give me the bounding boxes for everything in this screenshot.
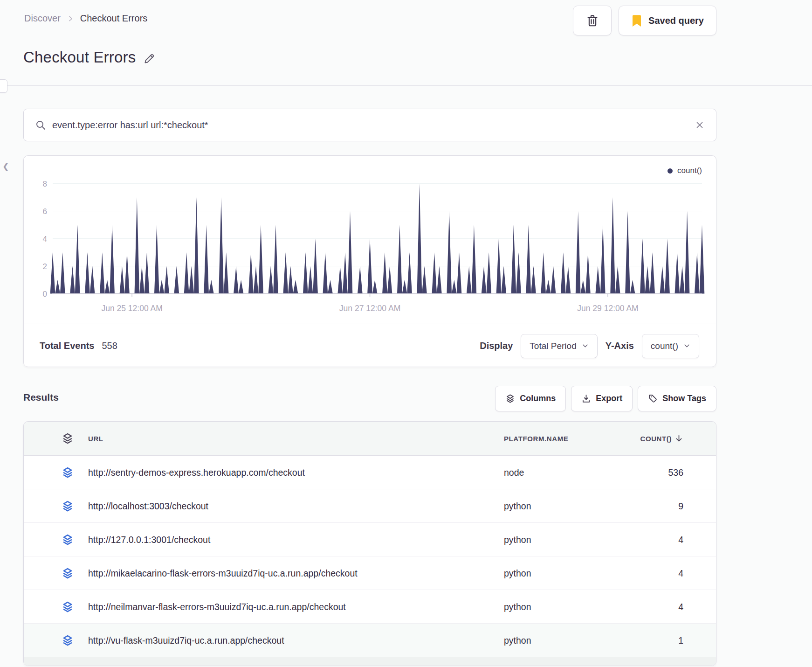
results-actions: Columns Export Show Tags (495, 386, 716, 411)
table-row[interactable]: http://127.0.0.1:3001/checkout python 4 (24, 523, 716, 556)
svg-text:4: 4 (43, 235, 47, 243)
count-cell[interactable]: 4 (678, 534, 683, 545)
columns-button-label: Columns (520, 394, 556, 403)
url-cell[interactable]: http://127.0.0.1:3001/checkout (88, 534, 210, 545)
url-cell[interactable]: http://neilmanvar-flask-errors-m3uuizd7i… (88, 601, 346, 612)
table-row[interactable]: http://sentry-demos-express.herokuapp.co… (24, 456, 716, 489)
total-events-label: Total Events (40, 340, 94, 351)
platform-cell[interactable]: python (504, 534, 531, 545)
total-events-value: 558 (102, 340, 117, 351)
table-row[interactable]: http://vu-flask-m3uuizd7iq-uc.a.run.app/… (24, 624, 716, 657)
column-header-count[interactable]: COUNT() (640, 434, 683, 443)
saved-query-label: Saved query (648, 15, 704, 26)
discover-page: ❮ Discover Checkout Errors Saved query (0, 0, 812, 667)
breadcrumb-discover[interactable]: Discover (24, 13, 61, 24)
url-cell[interactable]: http://vu-flask-m3uuizd7iq-uc.a.run.app/… (88, 635, 284, 646)
svg-text:6: 6 (43, 207, 47, 216)
export-button-label: Export (596, 394, 622, 403)
platform-cell[interactable]: python (504, 601, 531, 612)
svg-text:8: 8 (43, 180, 47, 188)
clear-search-icon[interactable] (695, 120, 705, 130)
url-cell[interactable]: http://sentry-demos-express.herokuapp.co… (88, 467, 305, 478)
legend-dot-icon (667, 168, 673, 174)
breadcrumb-current: Checkout Errors (80, 13, 148, 24)
table-row[interactable]: http://neilmanvar-flask-errors-m3uuizd7i… (24, 590, 716, 624)
edit-title-pencil-icon[interactable] (143, 52, 156, 65)
display-select[interactable]: Total Period (521, 334, 597, 358)
breadcrumb: Discover Checkout Errors (24, 13, 147, 24)
count-cell[interactable]: 4 (678, 568, 683, 578)
table-row[interactable]: http://localhost:3003/checkout python 9 (24, 489, 716, 523)
page-title: Checkout Errors (23, 49, 156, 66)
tag-icon (648, 394, 658, 403)
url-cell[interactable]: http://localhost:3003/checkout (88, 500, 208, 511)
y-axis-select[interactable]: count() (642, 334, 699, 358)
sort-descending-icon (674, 434, 683, 443)
platform-cell[interactable]: python (504, 635, 531, 646)
results-heading: Results (23, 392, 59, 403)
column-header-platform[interactable]: PLATFORM.NAME (504, 435, 568, 443)
platform-cell[interactable]: python (504, 568, 531, 578)
y-axis-select-value: count() (651, 341, 678, 351)
page-title-text: Checkout Errors (23, 49, 136, 66)
count-cell[interactable]: 4 (678, 601, 683, 612)
chevron-down-icon (582, 342, 589, 349)
url-cell[interactable]: http://mikaelacarino-flask-errors-m3uuiz… (88, 568, 358, 578)
chart-legend[interactable]: count() (667, 166, 702, 175)
stacked-events-icon[interactable] (62, 466, 74, 479)
table-row[interactable]: http://mikaelacarino-flask-errors-m3uuiz… (24, 556, 716, 590)
svg-text:2: 2 (43, 262, 47, 271)
results-table: URL PLATFORM.NAME COUNT() http://sentry-… (23, 421, 716, 666)
platform-cell[interactable]: node (504, 467, 524, 478)
header-actions: Saved query (573, 6, 716, 35)
svg-text:0: 0 (43, 290, 47, 299)
bookmark-icon (631, 14, 642, 27)
count-cell[interactable]: 536 (668, 467, 683, 478)
y-axis-label: Y-Axis (606, 340, 634, 351)
svg-text:Jun 29 12:00 AM: Jun 29 12:00 AM (577, 304, 638, 313)
display-select-value: Total Period (530, 341, 576, 351)
table-bottom-strip (24, 657, 716, 666)
stacked-events-icon[interactable] (62, 500, 74, 512)
search-bar[interactable]: event.type:error has:url url:*checkout* (23, 109, 716, 141)
stacked-events-icon[interactable] (62, 567, 74, 579)
search-icon (35, 119, 46, 131)
stack-column-icon[interactable] (62, 432, 74, 445)
stacked-events-icon[interactable] (62, 634, 74, 646)
saved-query-button[interactable]: Saved query (619, 6, 716, 35)
platform-cell[interactable]: python (504, 500, 531, 511)
export-button[interactable]: Export (571, 386, 633, 411)
column-header-count-label: COUNT() (640, 435, 672, 443)
panel-collapse-icon[interactable]: ❮ (2, 162, 9, 171)
stacked-events-icon[interactable] (62, 534, 74, 546)
chevron-right-icon (67, 15, 74, 22)
show-tags-button-label: Show Tags (662, 394, 706, 403)
layers-icon (505, 394, 515, 403)
columns-button[interactable]: Columns (495, 386, 566, 411)
chevron-down-icon (683, 342, 690, 349)
count-cell[interactable]: 1 (678, 635, 683, 646)
legend-label: count() (677, 166, 702, 175)
table-body: http://sentry-demos-express.herokuapp.co… (24, 456, 716, 657)
display-label: Display (480, 340, 513, 351)
trash-icon (585, 14, 599, 28)
header-divider (0, 85, 812, 86)
show-tags-button[interactable]: Show Tags (638, 386, 716, 411)
download-icon (581, 394, 591, 403)
stacked-events-icon[interactable] (62, 601, 74, 613)
delete-saved-query-button[interactable] (573, 6, 612, 35)
svg-text:Jun 27 12:00 AM: Jun 27 12:00 AM (339, 304, 400, 313)
column-header-url[interactable]: URL (88, 435, 103, 443)
search-query-input[interactable]: event.type:error has:url url:*checkout* (52, 120, 695, 131)
chart-controls: Display Total Period Y-Axis count() (480, 334, 699, 358)
chart-footer: Total Events 558 Display Total Period Y-… (24, 324, 716, 368)
table-header-row: URL PLATFORM.NAME COUNT() (24, 422, 716, 456)
svg-text:Jun 25 12:00 AM: Jun 25 12:00 AM (101, 304, 162, 313)
count-cell[interactable]: 9 (678, 500, 683, 511)
events-area-chart[interactable]: 02468Jun 25 12:00 AMJun 27 12:00 AMJun 2… (24, 156, 716, 317)
events-chart-card: 02468Jun 25 12:00 AMJun 27 12:00 AMJun 2… (23, 155, 716, 367)
sidebar-collapse-tab[interactable] (0, 79, 7, 93)
